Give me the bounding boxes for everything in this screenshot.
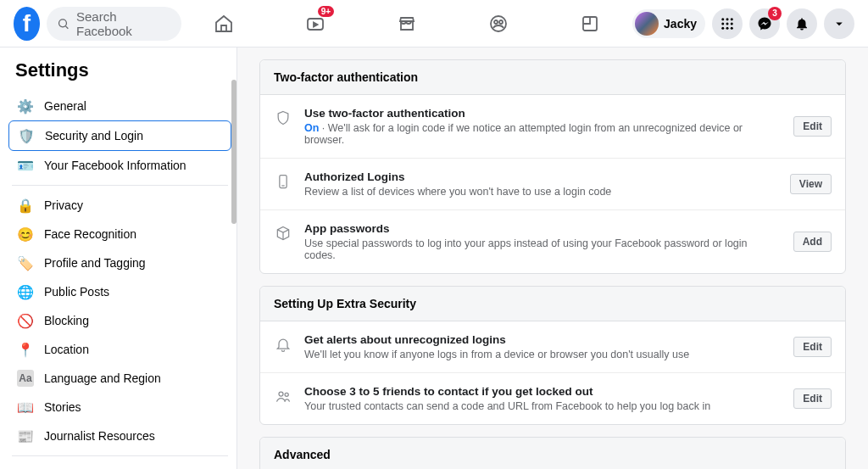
sidebar-item-label: Security and Login [45,129,143,142]
messenger-button[interactable]: 3 [749,8,780,39]
svg-point-8 [726,18,729,20]
card-heading: Two-factor authentication [260,60,845,95]
view-button[interactable]: View [790,174,832,194]
sidebar-item-label: Language and Region [44,371,161,385]
account-dropdown[interactable] [824,8,854,39]
svg-point-15 [731,26,733,29]
friends-icon [274,387,292,405]
row-desc: Use special passwords to log into your a… [304,237,782,261]
stories-icon: 📖 [17,399,34,416]
nav-watch[interactable]: 9+ [273,3,358,45]
sidebar-item-label: General [44,99,86,113]
card-icon: 🪪 [17,157,34,174]
nav-gaming[interactable] [548,3,632,45]
nav-marketplace[interactable] [364,3,449,45]
sidebar-item-location[interactable]: 📍Location [8,335,231,364]
sidebar-item-label: Privacy [44,198,83,212]
profile-chip[interactable]: Jacky [632,9,705,38]
grid-icon [720,16,735,31]
row-alerts[interactable]: Get alerts about unrecognized logins We'… [260,321,845,373]
row-title: Authorized Logins [304,170,778,183]
facebook-logo[interactable]: f [14,7,40,41]
sidebar-item-label: Blocking [44,314,89,327]
bell-icon [794,16,810,31]
sidebar-item-language[interactable]: AaLanguage and Region [8,364,231,393]
package-icon [274,224,292,243]
card-heading: Setting Up Extra Security [260,287,845,321]
row-trusted-contacts[interactable]: Choose 3 to 5 friends to contact if you … [260,373,845,424]
sidebar-item-blocking[interactable]: 🚫Blocking [8,306,231,335]
sidebar-item-label: Your Facebook Information [44,159,186,172]
svg-point-13 [721,26,724,29]
face-icon: 😊 [17,226,34,243]
watch-badge: 9+ [318,6,334,17]
caret-down-icon [832,16,847,31]
row-title: Get alerts about unrecognized logins [304,333,782,346]
row-desc: Review a list of devices where you won't… [304,186,778,198]
row-authorized-logins[interactable]: Authorized Logins Review a list of devic… [260,159,845,210]
nav-groups[interactable] [456,3,541,45]
block-icon: 🚫 [17,312,34,329]
nav-right: Jacky 3 [632,8,854,39]
page-title: Settings [8,56,231,92]
device-icon [274,172,292,191]
gear-icon: ⚙️ [17,98,34,114]
row-title: App passwords [304,222,782,235]
globe-icon: 🌐 [17,283,34,300]
row-use-2fa[interactable]: Use two-factor authentication On · We'll… [260,95,845,159]
svg-point-19 [285,393,288,396]
sidebar-item-your-info[interactable]: 🪪Your Facebook Information [8,151,231,180]
sidebar-item-face[interactable]: 😊Face Recognition [8,220,231,248]
menu-button[interactable] [712,8,743,39]
row-desc: Your trusted contacts can send a code an… [304,400,782,412]
sidebar-item-journalist[interactable]: 📰Journalist Resources [8,422,231,450]
notifications-button[interactable] [787,8,817,39]
row-title: Use two-factor authentication [304,107,782,120]
separator [12,185,228,186]
card-heading: Advanced [260,438,845,469]
svg-line-1 [65,25,68,28]
sidebar-item-security[interactable]: 🛡️Security and Login [8,120,231,151]
sidebar-item-label: Face Recognition [44,227,136,241]
row-desc: We'll let you know if anyone logs in fro… [304,349,782,360]
edit-button[interactable]: Edit [793,337,832,357]
home-icon [214,14,234,34]
shield-icon [274,109,292,127]
sidebar-item-stories[interactable]: 📖Stories [8,393,231,422]
edit-button[interactable]: Edit [793,388,832,409]
profile-name: Jacky [664,17,697,31]
language-icon: Aa [17,370,34,387]
svg-point-4 [494,20,498,24]
status-on: On [304,122,319,134]
nav-center: 9+ [181,3,632,45]
sidebar-item-label: Profile and Tagging [44,256,146,270]
search-input[interactable]: Search Facebook [47,7,181,41]
pin-icon: 📍 [17,341,34,358]
svg-point-12 [731,22,733,25]
sidebar-item-privacy[interactable]: 🔒Privacy [8,191,231,220]
svg-point-10 [721,22,724,25]
sidebar-item-label: Location [44,343,89,356]
nav-home[interactable] [181,3,266,45]
search-icon [57,17,70,31]
sidebar-item-notifications[interactable]: 🔔Notifications [8,461,231,469]
groups-icon [488,14,509,34]
separator [12,455,228,456]
sidebar-item-label: Public Posts [44,285,109,299]
svg-point-0 [58,19,66,26]
row-desc: On · We'll ask for a login code if we no… [304,122,782,146]
sidebar-item-public-posts[interactable]: 🌐Public Posts [8,277,231,306]
svg-point-5 [499,20,503,24]
svg-point-9 [731,18,733,20]
card-extra-security: Setting Up Extra Security Get alerts abo… [259,286,846,425]
sidebar-item-label: Stories [44,400,81,414]
edit-button[interactable]: Edit [793,116,832,137]
add-button[interactable]: Add [793,232,832,252]
news-icon: 📰 [17,427,34,444]
card-advanced: Advanced Encrypted notification emails A… [259,437,846,469]
sidebar-item-label: Journalist Resources [44,429,155,443]
messenger-badge: 3 [768,7,782,20]
row-app-passwords[interactable]: App passwords Use special passwords to l… [260,210,845,273]
sidebar-item-profile-tagging[interactable]: 🏷️Profile and Tagging [8,248,231,277]
sidebar-item-general[interactable]: ⚙️General [8,92,231,120]
